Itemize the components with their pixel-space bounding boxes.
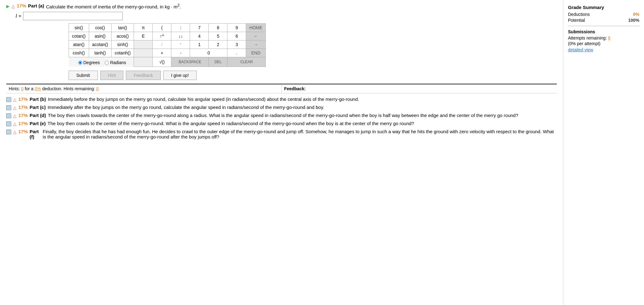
submissions-title: Submissions [568, 29, 639, 34]
calc-row-2: cotan() asin() acos() E ↑^ ↓↓ 4 5 6 ← [69, 32, 266, 40]
calc-3[interactable]: 3 [227, 40, 246, 49]
calc-acotan[interactable]: acotan() [89, 40, 111, 49]
calc-sqrt[interactable]: √() [153, 57, 171, 67]
part-e-row: △ 17% Part (e) The boy then crawls to th… [6, 121, 557, 126]
grade-summary-title: Grade Summary [568, 5, 639, 10]
calc-9[interactable]: 9 [227, 24, 246, 32]
calc-table: sin() cos() tan() π ( ) 7 8 9 HOME cotan… [69, 23, 266, 67]
part-d-label: Part (d) [30, 113, 46, 118]
calculator: sin() cos() tan() π ( ) 7 8 9 HOME cotan… [69, 23, 557, 67]
hints-feedback-row: Hints: 0 for a 0% deduction. Hints remai… [6, 84, 557, 93]
radians-radio[interactable] [105, 61, 109, 65]
calc-plus[interactable]: + [153, 49, 171, 57]
part-c-row: △ 17% Part (c) Immediately after the boy… [6, 105, 557, 110]
deductions-row: Deductions 0% [568, 12, 639, 17]
hints-remaining: 0 [96, 86, 99, 91]
warning-icon-b: △ [13, 97, 17, 102]
calc-row-1: sin() cos() tan() π ( ) 7 8 9 HOME [69, 24, 266, 32]
part-d-row: △ 17% Part (d) The boy then crawls towar… [6, 113, 557, 118]
content-area: ▶ △ 17% Part (a) Calculate the moment of… [0, 0, 563, 305]
calc-minus[interactable]: - [171, 49, 190, 57]
calc-backspace[interactable]: BACKSPACE [171, 57, 209, 67]
calc-empty-1 [134, 40, 153, 49]
give-up-button[interactable]: I give up! [163, 71, 197, 80]
calc-cos[interactable]: cos() [89, 24, 111, 32]
calc-8[interactable]: 8 [209, 24, 227, 32]
calc-tan[interactable]: tan() [111, 24, 134, 32]
part-b-row: △ 17% Part (b) Immediately before the bo… [6, 96, 557, 102]
calc-cosh[interactable]: cosh() [69, 49, 89, 57]
hints-section: Hints: 0 for a 0% deduction. Hints remai… [6, 84, 282, 93]
part-b-box [6, 97, 11, 102]
input-label-a: I = [16, 13, 21, 19]
part-c-box [6, 105, 11, 110]
calc-cotanh[interactable]: cotanh() [111, 49, 134, 57]
part-f-pct: 17% [18, 129, 28, 134]
calc-open-paren[interactable]: ( [153, 24, 171, 32]
radians-label[interactable]: Radians [105, 60, 126, 65]
part-a-pct: 17% [17, 3, 26, 8]
calc-pi[interactable]: π [134, 24, 153, 32]
calc-2[interactable]: 2 [209, 40, 227, 49]
degrees-radio[interactable] [78, 61, 82, 65]
calc-down-arrow[interactable]: ↓↓ [171, 32, 190, 40]
part-d-pct: 17% [18, 113, 28, 118]
calc-atan[interactable]: atan() [69, 40, 89, 49]
calc-7[interactable]: 7 [190, 24, 209, 32]
feedback-button[interactable]: Feedback [126, 71, 160, 80]
play-icon: ▶ [6, 4, 10, 9]
potential-label: Potential [568, 18, 585, 23]
detailed-view-link[interactable]: detailed view [568, 47, 593, 52]
calc-e[interactable]: E [134, 32, 153, 40]
calc-cotan[interactable]: cotan() [69, 32, 89, 40]
calc-del[interactable]: DEL [209, 57, 227, 67]
calc-1[interactable]: 1 [190, 40, 209, 49]
calc-tanh[interactable]: tanh() [89, 49, 111, 57]
calc-dot[interactable]: . [227, 49, 246, 57]
part-a-header: ▶ △ 17% Part (a) Calculate the moment of… [6, 3, 557, 9]
calc-4[interactable]: 4 [190, 32, 209, 40]
part-a-question: Calculate the moment of inertia of the m… [46, 3, 181, 9]
calc-divide[interactable]: / [153, 40, 171, 49]
detailed-view-line: detailed view [568, 47, 639, 52]
part-d-text: The boy then crawls towards the center o… [48, 113, 518, 118]
part-e-label: Part (e) [30, 121, 46, 126]
per-attempt-text: (0% per attempt) [568, 41, 600, 46]
calc-empty-2 [134, 49, 153, 57]
part-f-label: Part (f) [30, 129, 41, 139]
sidebar: Grade Summary Deductions 0% Potential 10… [563, 0, 644, 305]
sidebar-divider [568, 26, 639, 26]
calc-6[interactable]: 6 [227, 32, 246, 40]
deductions-label: Deductions [568, 12, 590, 17]
calc-up-caret[interactable]: ↑^ [153, 32, 171, 40]
part-c-pct: 17% [18, 105, 28, 110]
answer-input-a[interactable] [23, 12, 123, 20]
degrees-label[interactable]: Degrees [78, 60, 100, 65]
calc-end[interactable]: END [246, 49, 266, 57]
calc-asin[interactable]: asin() [89, 32, 111, 40]
calc-0[interactable]: 0 [190, 49, 227, 57]
calc-5[interactable]: 5 [209, 32, 227, 40]
calc-sin[interactable]: sin() [69, 24, 89, 32]
calc-sinh[interactable]: sinh() [111, 40, 134, 49]
warning-icon-d: △ [13, 113, 17, 118]
calc-home[interactable]: HOME [246, 24, 266, 32]
part-a-label: Part (a) [28, 3, 44, 8]
calc-close-paren[interactable]: ) [171, 24, 190, 32]
calc-multiply[interactable]: * [171, 40, 190, 49]
submit-button[interactable]: Submit [69, 71, 98, 80]
warning-icon-c: △ [13, 105, 17, 110]
warning-icon-f: △ [13, 129, 17, 134]
calc-acos[interactable]: acos() [111, 32, 134, 40]
part-c-text: Immediately after the boy jumps on the m… [48, 105, 324, 110]
hint-button[interactable]: Hint [100, 71, 124, 80]
input-row-a: I = [16, 12, 557, 20]
part-e-box [6, 121, 11, 126]
part-b-label: Part (b) [30, 96, 46, 102]
calc-right-arrow[interactable]: → [246, 40, 266, 49]
calc-clear[interactable]: CLEAR [227, 57, 266, 67]
calc-left-arrow[interactable]: ← [246, 32, 266, 40]
part-f-row: △ 17% Part (f) Finally, the boy decides … [6, 129, 557, 139]
feedback-label: Feedback: [284, 86, 306, 91]
warning-icon-e: △ [13, 121, 17, 126]
